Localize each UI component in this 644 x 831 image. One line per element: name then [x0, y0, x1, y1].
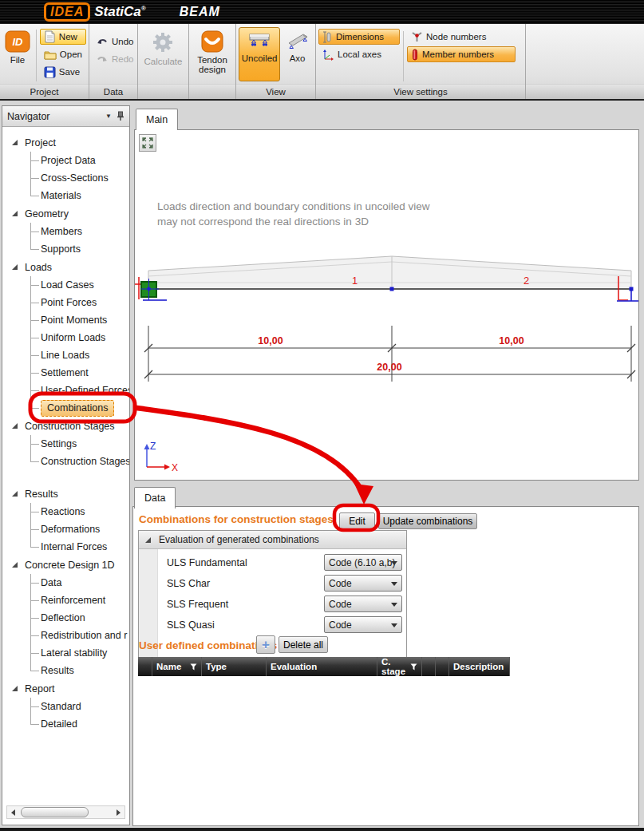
nav-item-standard[interactable]: Standard [31, 698, 129, 715]
open-button[interactable]: Open [40, 46, 86, 62]
sls-frequent-dropdown[interactable]: Code [324, 596, 402, 612]
new-document-icon [44, 30, 56, 43]
nav-section-concrete-design-1d[interactable]: Concrete Design 1D [7, 556, 129, 574]
navigator-panel: Navigator ▼ Project Project Data Cross-S… [2, 105, 130, 825]
chevron-down-icon[interactable]: ▼ [105, 113, 112, 120]
pin-icon[interactable] [117, 111, 124, 121]
nav-item-settings[interactable]: Settings [31, 435, 129, 453]
ribbon-group-label: Project [0, 84, 89, 99]
nav-item-reactions[interactable]: Reactions [31, 503, 129, 520]
right-node [630, 287, 634, 291]
nav-item-results[interactable]: Results [31, 662, 129, 679]
ribbon-group-data: Undo Redo Data [89, 24, 138, 99]
member-1-label[interactable]: 1 [352, 275, 358, 287]
nav-item-supports[interactable]: Supports [31, 240, 129, 258]
column-description[interactable]: Description [449, 657, 510, 676]
file-button[interactable]: ID File [2, 27, 33, 84]
beam-outline[interactable] [148, 256, 631, 289]
tendon-icon [201, 30, 223, 53]
redo-button[interactable]: Redo [92, 51, 138, 67]
sls-char-dropdown[interactable]: Code [324, 575, 402, 592]
tab-main[interactable]: Main [136, 109, 178, 130]
node-numbers-icon [411, 31, 423, 42]
nav-item-construction-stages[interactable]: Construction Stages [31, 453, 129, 470]
nav-item-internal-forces[interactable]: Internal Forces [31, 538, 129, 556]
scroll-left-button[interactable] [7, 806, 19, 818]
nav-item-reinforcement[interactable]: Reinforcement [31, 592, 129, 609]
nav-item-load-cases[interactable]: Load Cases [31, 276, 129, 294]
ribbon-group-label: View settings [316, 84, 525, 99]
delete-all-button[interactable]: Delete all [279, 636, 328, 653]
registered-mark: ® [141, 5, 146, 12]
member-numbers-toggle[interactable]: Member numbers [407, 46, 516, 62]
scroll-right-button[interactable] [113, 806, 124, 818]
member-2-label[interactable]: 2 [523, 275, 529, 287]
nav-item-deflection[interactable]: Deflection [31, 609, 129, 627]
svg-text:ID: ID [13, 36, 24, 48]
nav-item-combinations[interactable]: Combinations [31, 399, 129, 417]
nav-item-line-loads[interactable]: Line Loads [31, 346, 129, 364]
nav-item-deformations[interactable]: Deformations [31, 520, 129, 538]
ribbon: ID File New Open [0, 24, 644, 101]
middle-node[interactable] [390, 287, 394, 291]
coordinate-axes: Z X [144, 441, 179, 473]
filter-icon[interactable] [190, 663, 197, 671]
uncoiled-button[interactable]: Uncoiled [239, 27, 280, 81]
dim-label-total: 20,00 [377, 362, 401, 373]
column-name[interactable]: Name [152, 657, 202, 676]
navigator-hscrollbar[interactable] [6, 805, 125, 819]
add-combination-button[interactable]: + [256, 635, 275, 654]
expander-icon [12, 423, 18, 429]
nav-item-cross-sections[interactable]: Cross-Sections [31, 169, 129, 187]
scrollbar-thumb[interactable] [21, 807, 89, 817]
axo-button[interactable]: Axo [282, 27, 313, 81]
calculate-button[interactable]: Calculate [142, 27, 185, 84]
new-button[interactable]: New [40, 29, 86, 45]
sls-quasi-dropdown[interactable]: Code [324, 616, 402, 633]
nav-item-redistribution[interactable]: Redistribution and r [31, 627, 129, 644]
redo-icon [96, 54, 109, 64]
nav-item-materials[interactable]: Materials [31, 187, 129, 204]
nav-section-project[interactable]: Project [7, 133, 129, 152]
filter-icon[interactable] [410, 663, 417, 671]
column-evaluation[interactable]: Evaluation [267, 657, 377, 676]
nav-section-geometry[interactable]: Geometry [7, 204, 129, 223]
nav-item-members[interactable]: Members [31, 223, 129, 240]
nav-item-lateral-stability[interactable]: Lateral stability [31, 644, 129, 662]
ribbon-group-label: Data [89, 84, 137, 99]
nav-item-user-defined-forces[interactable]: User-Defined Forces [31, 382, 129, 399]
edit-button[interactable]: Edit [339, 512, 375, 529]
nav-section-results[interactable]: Results [7, 485, 129, 503]
ribbon-group-tendon: Tendondesign [189, 24, 236, 99]
nav-section-report[interactable]: Report [7, 679, 129, 698]
nav-item-point-moments[interactable]: Point Moments [31, 311, 129, 329]
expander-icon [145, 537, 151, 543]
local-axes-icon [322, 49, 334, 61]
eval-row-sls-quasi: SLS Quasi Code [158, 615, 406, 635]
dim-label-right: 10,00 [499, 335, 523, 346]
nav-section-construction-stages[interactable]: Construction Stages [7, 417, 129, 435]
save-button[interactable]: Save [40, 64, 86, 80]
nav-item-point-forces[interactable]: Point Forces [31, 294, 129, 311]
column-type[interactable]: Type [202, 657, 267, 676]
window-bottom-border [0, 828, 644, 831]
combinations-heading: Combinations for construction stages [139, 513, 334, 525]
nav-section-loads[interactable]: Loads [7, 258, 129, 276]
node-numbers-toggle[interactable]: Node numbers [407, 29, 516, 45]
nav-item-detailed[interactable]: Detailed [31, 715, 129, 733]
undo-button[interactable]: Undo [92, 34, 138, 49]
nav-item-uniform-loads[interactable]: Uniform Loads [31, 329, 129, 346]
evaluation-header[interactable]: Evaluation of generated combinations [139, 531, 406, 549]
nav-item-project-data[interactable]: Project Data [31, 152, 129, 169]
local-axes-toggle[interactable]: Local axes [318, 46, 400, 62]
uls-fundamental-dropdown[interactable]: Code (6.10 a,b) [324, 554, 402, 571]
update-combinations-button[interactable]: Update combinations [378, 513, 477, 529]
tendon-design-button[interactable]: Tendondesign [195, 27, 230, 84]
nav-item-data[interactable]: Data [31, 574, 129, 592]
tab-data[interactable]: Data [134, 487, 176, 508]
axis-x-label: X [172, 462, 178, 473]
dimensions-toggle[interactable]: Dimensions [318, 29, 400, 45]
nav-item-settlement[interactable]: Settlement [31, 364, 129, 382]
ribbon-group-calculate: Calculate [138, 24, 189, 99]
column-c-stage[interactable]: C. stage [377, 657, 422, 676]
